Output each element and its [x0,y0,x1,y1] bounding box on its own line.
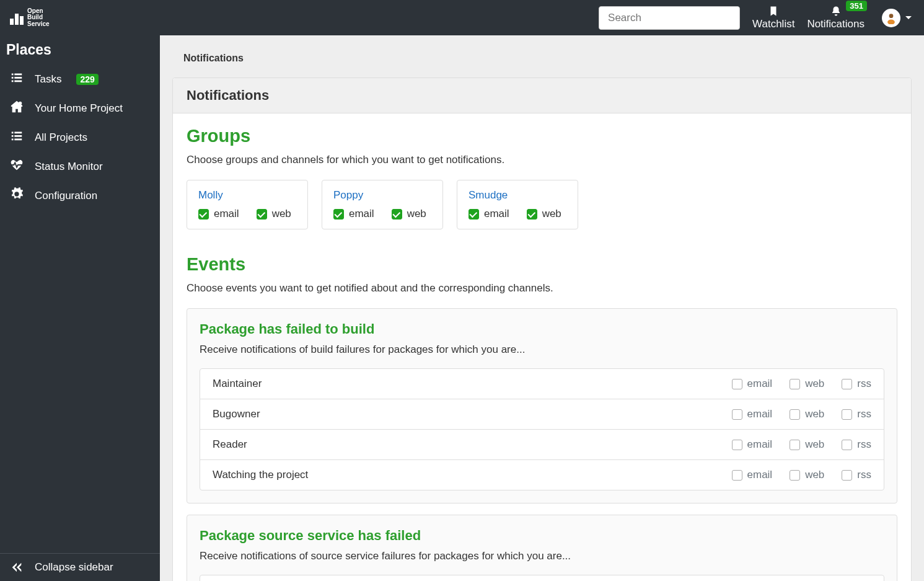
events-title: Events [187,254,897,275]
checkbox-icon [842,379,852,389]
sidebar-item-all-projects[interactable]: All Projects [0,123,160,152]
event-web-checkbox[interactable]: web [790,438,824,451]
event-rss-checkbox[interactable]: rss [842,469,871,481]
checkbox-icon [732,379,742,389]
event-row: Watching the projectemailwebrss [200,460,884,490]
groups-desc: Choose groups and channels for which you… [187,154,897,166]
sidebar-badge: 229 [76,74,98,85]
group-web-checkbox[interactable]: web [392,208,426,220]
checkbox-label: web [805,408,824,420]
checkbox-label: email [747,438,773,451]
checkbox-icon [527,209,537,220]
checkbox-label: email [747,408,773,420]
svg-point-0 [889,14,894,18]
event-web-checkbox[interactable]: web [790,469,824,481]
user-menu[interactable] [882,9,912,27]
checkbox-label: email [214,208,239,220]
svg-point-2 [19,102,22,105]
notifications-button[interactable]: 351 Notifications [807,6,865,30]
checkbox-label: web [805,469,824,481]
groups-title: Groups [187,126,897,146]
logo-icon [10,11,24,25]
notifications-card: Notifications Groups Choose groups and c… [172,78,912,581]
group-web-checkbox[interactable]: web [527,208,561,220]
sidebar-title: Places [0,35,160,64]
checkbox-label: web [542,208,561,220]
checkbox-label: email [747,378,773,390]
checkbox-label: rss [857,469,871,481]
group-link[interactable]: Poppy [333,189,431,202]
checkbox-icon [732,470,742,481]
logo[interactable]: Open Build Service [10,8,50,28]
checkbox-label: rss [857,438,871,451]
checkbox-label: web [805,378,824,390]
checkbox-label: email [349,208,374,220]
list-icon [10,129,24,146]
sidebar-item-label: Configuration [35,190,97,202]
checkbox-label: email [747,469,773,481]
event-title: Package source service has failed [200,528,884,544]
checkbox-icon [257,209,267,220]
event-role-label: Maintainer [213,378,715,390]
event-email-checkbox[interactable]: email [732,438,773,451]
checkbox-label: web [407,208,426,220]
group-link[interactable]: Smudge [469,189,566,202]
heartbeat-icon [10,158,24,175]
sidebar-item-your-home-project[interactable]: Your Home Project [0,94,160,123]
event-web-checkbox[interactable]: web [790,378,824,390]
sidebar-item-tasks[interactable]: Tasks229 [0,64,160,94]
event-section: Package source service has failedReceive… [187,515,897,581]
checkbox-label: rss [857,378,871,390]
group-email-checkbox[interactable]: email [333,208,374,220]
collapse-icon [10,562,24,573]
event-email-checkbox[interactable]: email [732,378,773,390]
collapse-sidebar-button[interactable]: Collapse sidebar [0,553,160,581]
search-input[interactable] [599,6,740,30]
checkbox-icon [790,440,800,450]
main-content: Notifications Notifications Groups Choos… [160,35,924,581]
checkbox-label: web [272,208,291,220]
event-email-checkbox[interactable]: email [732,469,773,481]
group-web-checkbox[interactable]: web [257,208,291,220]
cog-icon [10,187,24,204]
group-email-checkbox[interactable]: email [469,208,509,220]
checkbox-label: web [805,438,824,451]
event-rss-checkbox[interactable]: rss [842,378,871,390]
events-desc: Choose events you want to get notified a… [187,282,897,295]
event-email-checkbox[interactable]: email [732,408,773,420]
checkbox-icon [790,470,800,481]
event-section: Package has failed to buildReceive notif… [187,308,897,503]
sidebar-item-status-monitor[interactable]: Status Monitor [0,152,160,181]
checkbox-icon [198,209,209,220]
group-card: Mollyemailweb [187,180,308,229]
event-rss-checkbox[interactable]: rss [842,438,871,451]
sidebar-item-label: Your Home Project [35,102,123,115]
avatar [882,9,900,27]
watchlist-label: Watchlist [752,18,794,30]
event-rss-checkbox[interactable]: rss [842,408,871,420]
event-desc: Receive notifications of build failures … [200,344,884,356]
event-row: Maintaineremailwebrss [200,369,884,399]
logo-text: Open Build Service [27,8,50,28]
group-email-checkbox[interactable]: email [198,208,239,220]
breadcrumb: Notifications [172,35,912,78]
event-sections: Package has failed to buildReceive notif… [187,308,897,581]
checkbox-icon [732,409,742,420]
group-card: Smudgeemailweb [457,180,578,229]
watchlist-button[interactable]: Watchlist [752,6,794,30]
topbar: Open Build Service Watchlist 351 Notific… [0,0,924,35]
checkbox-icon [790,409,800,420]
checkbox-icon [732,440,742,450]
checkbox-label: rss [857,408,871,420]
notifications-badge: 351 [846,1,867,12]
sidebar-item-label: All Projects [35,131,87,144]
tasks-icon [10,71,24,87]
collapse-label: Collapse sidebar [35,561,113,574]
event-web-checkbox[interactable]: web [790,408,824,420]
sidebar-item-configuration[interactable]: Configuration [0,181,160,210]
checkbox-icon [842,440,852,450]
sidebar-item-label: Tasks [35,73,61,86]
sidebar: Places Tasks229Your Home ProjectAll Proj… [0,35,160,581]
event-table: MaintaineremailwebrssBugowneremailwebrss… [200,368,884,490]
group-link[interactable]: Molly [198,189,296,202]
